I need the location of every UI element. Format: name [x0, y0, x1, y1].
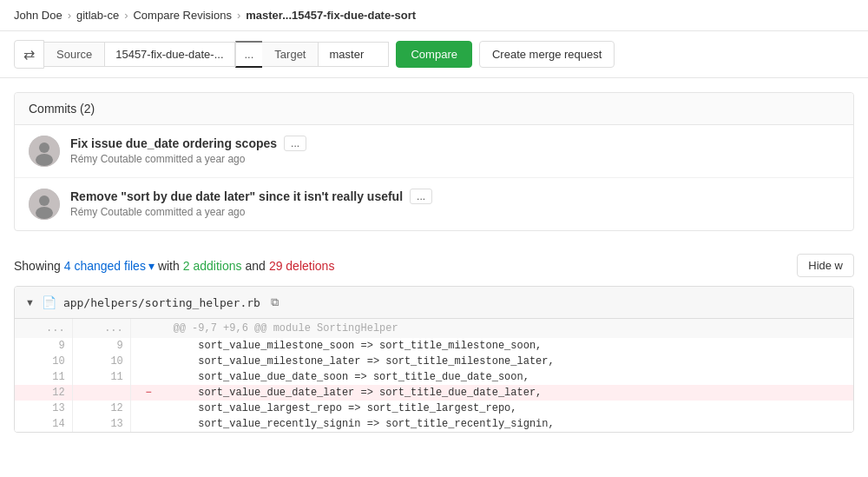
commit-title: Fix issue due_date ordering scopes ... — [70, 136, 839, 151]
commit-time: committed a year ago — [145, 153, 245, 165]
breadcrumb-project[interactable]: gitlab-ce — [76, 9, 119, 22]
diff-table: ......@@ -9,7 +9,6 @@ module SortingHelp… — [15, 319, 853, 432]
line-num-new: 10 — [72, 354, 130, 369]
commit-time: committed a year ago — [145, 206, 245, 218]
diff-section: ▼ 📄 app/helpers/sorting_helper.rb ⧉ ....… — [14, 286, 854, 433]
commit-author: Rémy Coutable — [70, 206, 142, 218]
breadcrumb: John Doe › gitlab-ce › Compare Revisions… — [0, 0, 868, 31]
file-icon: 📄 — [42, 295, 56, 309]
line-sign: − — [130, 385, 166, 401]
source-value: 15457-fix-due-date-... — [105, 43, 233, 66]
table-row: 12− sort_value_due_date_later => sort_ti… — [15, 385, 853, 401]
line-num-new: 13 — [72, 416, 130, 432]
changed-files-bar: Showing 4 changed files ▾ with 2 additio… — [0, 245, 868, 286]
table-row: 99 sort_value_milestone_soon => sort_tit… — [15, 338, 853, 354]
ellipsis-button[interactable]: ... — [235, 41, 263, 68]
commit-dots-button[interactable]: ... — [410, 189, 432, 204]
line-sign — [130, 416, 166, 432]
source-group: Source 15457-fix-due-date-... — [44, 42, 235, 67]
line-code: sort_value_largest_repo => sort_title_la… — [166, 401, 852, 416]
commit-info: Fix issue due_date ordering scopes ... R… — [70, 136, 839, 165]
target-label: Target — [262, 43, 319, 66]
breadcrumb-page[interactable]: Compare Revisions — [133, 9, 231, 22]
line-code: sort_value_milestone_soon => sort_title_… — [166, 338, 852, 354]
avatar — [29, 189, 60, 220]
and-label: and — [246, 259, 266, 273]
table-row: ......@@ -9,7 +9,6 @@ module SortingHelp… — [15, 319, 853, 338]
line-sign — [130, 319, 166, 338]
line-sign — [130, 401, 166, 416]
diff-header: ▼ 📄 app/helpers/sorting_helper.rb ⧉ — [15, 287, 853, 319]
line-code: sort_value_milestone_later => sort_title… — [166, 354, 852, 369]
compare-button[interactable]: Compare — [396, 41, 471, 68]
line-sign — [130, 338, 166, 354]
breadcrumb-current: master...15457-fix-due-date-sort — [246, 9, 416, 22]
list-item: Remove "sort by due date later" since it… — [15, 178, 853, 230]
avatar — [29, 136, 60, 167]
line-num-new: 11 — [72, 369, 130, 385]
line-code: sort_value_due_date_soon => sort_title_d… — [166, 369, 852, 385]
line-num-old: ... — [15, 319, 72, 338]
line-num-old: 9 — [15, 338, 72, 354]
line-code: sort_value_due_date_later => sort_title_… — [166, 385, 852, 401]
collapse-icon[interactable]: ▼ — [25, 297, 35, 308]
with-label: with — [158, 259, 180, 273]
line-num-new: ... — [72, 319, 130, 338]
line-sign — [130, 369, 166, 385]
svg-point-1 — [39, 142, 49, 153]
list-item: Fix issue due_date ordering scopes ... R… — [15, 125, 853, 178]
table-row: 1413 sort_value_recently_signin => sort_… — [15, 416, 853, 432]
create-merge-request-button[interactable]: Create merge request — [479, 41, 615, 68]
showing-label: Showing — [14, 259, 61, 273]
additions-count: 2 additions — [183, 259, 242, 273]
line-num-new — [72, 385, 130, 401]
svg-point-4 — [39, 195, 49, 206]
deletions-count: 29 deletions — [269, 259, 335, 273]
line-code: sort_value_recently_signin => sort_title… — [166, 416, 852, 432]
copy-path-button[interactable]: ⧉ — [267, 294, 282, 311]
changed-files-link[interactable]: 4 changed files ▾ — [64, 259, 155, 273]
line-num-old: 14 — [15, 416, 72, 432]
commit-title: Remove "sort by due date later" since it… — [70, 189, 839, 204]
commit-message: Remove "sort by due date later" since it… — [70, 189, 403, 203]
hide-whitespace-button[interactable]: Hide w — [797, 254, 854, 277]
changed-files-count: 4 changed files — [64, 259, 146, 273]
commit-dots-button[interactable]: ... — [284, 136, 306, 151]
line-num-old: 10 — [15, 354, 72, 369]
line-num-old: 13 — [15, 401, 72, 416]
commit-author: Rémy Coutable — [70, 153, 142, 165]
breadcrumb-user[interactable]: John Doe — [14, 9, 62, 22]
target-value: master — [319, 43, 388, 66]
table-row: 1010 sort_value_milestone_later => sort_… — [15, 354, 853, 369]
commits-section: Commits (2) Fix issue due_date ordering … — [14, 92, 854, 231]
line-num-old: 12 — [15, 385, 72, 401]
line-sign — [130, 354, 166, 369]
table-row: 1312 sort_value_largest_repo => sort_tit… — [15, 401, 853, 416]
commit-meta: Rémy Coutable committed a year ago — [70, 153, 839, 165]
line-num-old: 11 — [15, 369, 72, 385]
toolbar: ⇄ Source 15457-fix-due-date-... ... Targ… — [0, 31, 868, 78]
commit-info: Remove "sort by due date later" since it… — [70, 189, 839, 218]
svg-point-5 — [36, 207, 53, 219]
chevron-down-icon: ▾ — [148, 259, 155, 273]
diff-filename: app/helpers/sorting_helper.rb — [63, 296, 260, 309]
commits-header: Commits (2) — [15, 93, 853, 125]
line-num-new: 9 — [72, 338, 130, 354]
source-label: Source — [44, 43, 105, 66]
table-row: 1111 sort_value_due_date_soon => sort_ti… — [15, 369, 853, 385]
svg-point-2 — [36, 154, 53, 166]
swap-button[interactable]: ⇄ — [14, 40, 44, 69]
target-group: Target master — [262, 42, 389, 67]
commit-message: Fix issue due_date ordering scopes — [70, 136, 277, 150]
commit-meta: Rémy Coutable committed a year ago — [70, 206, 839, 218]
line-code: @@ -9,7 +9,6 @@ module SortingHelper — [166, 319, 852, 338]
line-num-new: 12 — [72, 401, 130, 416]
